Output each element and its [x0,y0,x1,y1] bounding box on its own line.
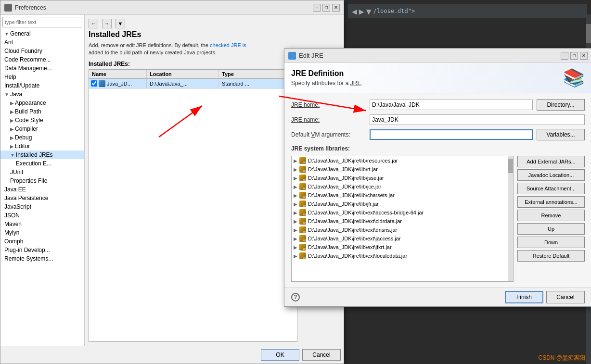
javadoc-location-button[interactable]: Javadoc Location... [517,169,585,181]
libs-list-item[interactable]: ▶D:\Java\Java_JDK\jre\lib\ext\access-bri… [292,208,513,217]
row-location-cell: D:\Java\Java_... [147,79,219,88]
edit-jre-minimize[interactable]: – [561,52,568,60]
sidebar-item-java-persistence[interactable]: Java Persistence [0,194,84,202]
sidebar-item-mylyn[interactable]: Mylyn [0,228,84,237]
jre-checkbox[interactable] [91,80,97,87]
libs-list-item[interactable]: ▶D:\Java\Java_JDK\jre\lib\charsets.jar [292,191,513,200]
edit-jre-maximize[interactable]: □ [570,52,578,60]
libs-list-item[interactable]: ▶D:\Java\Java_JDK\jre\lib\jsse.jar [292,174,513,182]
sidebar-item-installed-jres[interactable]: ▼Installed JREs [0,151,84,159]
jre-home-label: JRE home: [291,101,366,108]
jre-home-input[interactable] [370,100,533,110]
edit-jre-header-text: JRE Definition Specify attributes for a … [291,69,363,87]
edit-jre-titlebar: Edit JRE – □ ✕ [284,49,591,63]
default-vm-label: Default VM arguments: [291,131,366,138]
edit-jre-header: JRE Definition Specify attributes for a … [284,63,591,93]
sidebar-item-data-management[interactable]: Data Manageme... [0,64,84,73]
libs-row: ▶D:\Java\Java_JDK\jre\lib\resources.jar▶… [291,156,585,282]
libs-list-item[interactable]: ▶D:\Java\Java_JDK\jre\lib\ext\jaccess.ja… [292,234,513,243]
edit-jre-header-title: JRE Definition [291,69,363,78]
external-annotations-button[interactable]: External annotations... [517,196,585,208]
sidebar-item-junit[interactable]: JUnit [0,168,84,176]
sidebar-item-execution-env[interactable]: Execution E... [0,159,84,168]
edit-jre-footer: ? Finish Cancel [284,288,591,306]
ok-button[interactable]: OK [261,349,299,361]
scrollbar-thumb[interactable] [586,24,591,43]
finish-button[interactable]: Finish [505,291,543,303]
filter-input[interactable] [2,17,82,27]
libs-list-item[interactable]: ▶D:\Java\Java_JDK\jre\lib\jce.jar [292,182,513,191]
sidebar-item-code-style[interactable]: ▶Code Style [0,116,84,125]
libs-list-item[interactable]: ▶D:\Java\Java_JDK\jre\lib\ext\dnsns.jar [292,226,513,234]
jre-libs-label: JRE system libraries: [291,145,585,152]
jar-icon [299,226,306,233]
table-header: Name Location Type [89,70,297,79]
libs-remove-button[interactable]: Remove [517,210,585,221]
preferences-window-title: Preferences [15,4,46,11]
edit-jre-header-sub: Specify attributes for a JRE. [291,80,363,87]
sidebar-item-help[interactable]: Help [0,73,84,81]
dropdown-button[interactable]: ▼ [116,19,125,28]
sidebar-item-java-ee[interactable]: Java EE [0,185,84,194]
close-button[interactable]: ✕ [332,4,340,12]
sidebar-item-appearance[interactable]: ▶Appearance [0,99,84,107]
sidebar-item-general[interactable]: ▼General [0,29,84,38]
libs-list-item[interactable]: ▶D:\Java\Java_JDK\jre\lib\resources.jar [292,156,513,165]
back-button[interactable]: ← [89,19,98,28]
cancel-button[interactable]: Cancel [302,349,341,361]
sidebar-item-editor[interactable]: ▶Editor [0,142,84,151]
jar-icon [299,218,306,225]
dialog-footer-buttons: Finish Cancel [505,291,585,303]
maximize-button[interactable]: □ [322,4,330,12]
restore-default-button[interactable]: Restore Default [517,250,585,262]
libs-list-item[interactable]: ▶D:\Java\Java_JDK\jre\lib\ext\cldrdata.j… [292,217,513,226]
sidebar: ▼General Ant Cloud Foundry Code Recomme.… [0,15,85,346]
sidebar-item-debug[interactable]: ▶Debug [0,133,84,142]
row-name-text: Java_JD... [107,81,132,87]
edit-jre-dialog: Edit JRE – □ ✕ JRE Definition Specify at… [284,48,591,307]
cancel-dialog-button[interactable]: Cancel [546,291,585,303]
libs-list[interactable]: ▶D:\Java\Java_JDK\jre\lib\resources.jar▶… [292,156,513,281]
libs-list-item[interactable]: ▶D:\Java\Java_JDK\jre\lib\rt.jar [292,165,513,174]
jre-home-row: JRE home: Directory... [291,99,585,111]
sidebar-item-maven[interactable]: Maven [0,220,84,228]
forward-button[interactable]: → [102,19,112,28]
edit-jre-close[interactable]: ✕ [580,52,588,60]
edit-jre-body: JRE home: Directory... JRE name: Default… [284,93,591,288]
sidebar-item-plugin-dev[interactable]: Plug-in Develop... [0,246,84,254]
sidebar-item-json[interactable]: JSON [0,211,84,220]
sidebar-item-cloud-foundry[interactable]: Cloud Foundry [0,47,84,55]
sidebar-item-build-path[interactable]: ▶Build Path [0,107,84,116]
libs-list-item[interactable]: ▶D:\Java\Java_JDK\jre\lib\jfr.jar [292,200,513,208]
sidebar-item-ant[interactable]: Ant [0,38,84,47]
sidebar-item-code-recommender[interactable]: Code Recomme... [0,55,84,64]
help-icon[interactable]: ? [291,293,300,301]
jre-name-input[interactable] [370,114,585,125]
preferences-titlebar: Preferences – □ ✕ [0,0,344,15]
libs-down-button[interactable]: Down [517,237,585,248]
jar-icon [299,192,306,199]
libs-up-button[interactable]: Up [517,223,585,235]
directory-button[interactable]: Directory... [537,99,585,111]
col-header-name: Name [89,70,147,78]
sidebar-item-install-update[interactable]: Install/Update [0,81,84,90]
jar-icon [299,244,306,251]
sidebar-item-java[interactable]: ▼Java [0,90,84,99]
sidebar-item-properties-file[interactable]: Properties File [0,176,84,185]
desc-text-blue: checked JRE is [210,42,246,48]
sidebar-item-javascript[interactable]: JavaScript [0,202,84,211]
source-attachment-button[interactable]: Source Attachment... [517,183,585,194]
default-vm-input[interactable] [370,129,533,140]
libs-buttons: Add External JARs... Javadoc Location...… [517,156,585,282]
sidebar-item-remote-systems[interactable]: Remote Systems... [0,254,84,263]
titlebar-left: Preferences [4,4,46,12]
table-row[interactable]: Java_JD... D:\Java\Java_... Standard ... [89,79,297,89]
sidebar-item-compiler[interactable]: ▶Compiler [0,125,84,133]
libs-list-item[interactable]: ▶D:\Java\Java_JDK\jre\lib\ext\localedata… [292,251,513,260]
sidebar-item-oomph[interactable]: Oomph [0,237,84,246]
variables-button[interactable]: Variables... [537,129,585,140]
col-header-location: Location [147,70,219,78]
libs-list-item[interactable]: ▶D:\Java\Java_JDK\jre\lib\ext\jfxrt.jar [292,243,513,251]
minimize-button[interactable]: – [313,4,321,12]
add-external-jars-button[interactable]: Add External JARs... [517,156,585,167]
